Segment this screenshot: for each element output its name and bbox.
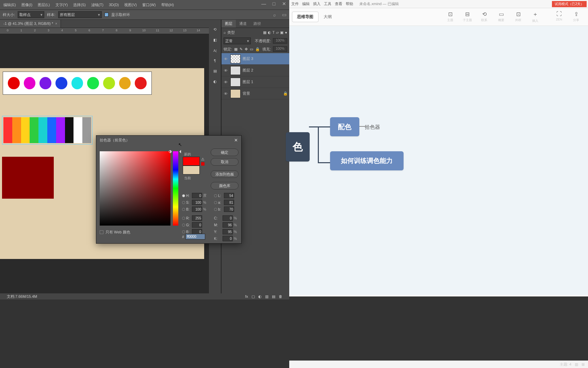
workspace-icon[interactable]: ▭: [282, 12, 287, 17]
tool-insert[interactable]: ＋插入: [527, 11, 544, 23]
filter-pixel-icon[interactable]: ▦: [263, 30, 266, 35]
visibility-icon[interactable]: 👁: [223, 57, 228, 61]
web-only-checkbox[interactable]: [100, 230, 103, 234]
leaf-node[interactable]: 拾色器: [365, 124, 380, 131]
menu-3d[interactable]: 3D(D): [107, 1, 121, 8]
add-swatch-button[interactable]: 添加到色板: [211, 170, 239, 178]
radio-h[interactable]: [182, 194, 185, 197]
layer-item[interactable]: 👁 图层 1: [222, 76, 289, 88]
filter-text-icon[interactable]: T: [273, 30, 275, 34]
tab-layers[interactable]: 图层: [222, 20, 236, 28]
trial-badge[interactable]: 试用模式（已2天）: [552, 1, 587, 7]
lock-pixel-icon[interactable]: ✎: [240, 47, 243, 51]
lock-all-icon[interactable]: 🔒: [255, 47, 260, 51]
adjust-icon[interactable]: ◐: [258, 294, 262, 299]
h-input[interactable]: [192, 193, 202, 198]
tab-channels[interactable]: 通道: [236, 20, 250, 28]
lock-trans-icon[interactable]: ▦: [234, 47, 238, 51]
radio-lb[interactable]: [214, 208, 217, 211]
tool-topic[interactable]: ⊡主题: [442, 11, 459, 23]
menu-help[interactable]: 帮助(H): [159, 1, 176, 9]
xm-menu-file[interactable]: 文件: [291, 1, 299, 6]
radio-bv[interactable]: [182, 230, 185, 233]
group-icon[interactable]: ▥: [265, 294, 268, 299]
sample-layers-select[interactable]: 所有图层: [58, 11, 102, 18]
xm-menu-insert[interactable]: 插入: [313, 1, 321, 6]
tab-outline[interactable]: 大纲: [318, 12, 337, 22]
blend-mode-select[interactable]: 正常: [224, 37, 251, 44]
radio-l[interactable]: [214, 194, 217, 197]
menu-image[interactable]: 图像(I): [19, 1, 34, 9]
radio-r[interactable]: [182, 217, 185, 220]
hex-input[interactable]: [185, 234, 205, 240]
visibility-icon[interactable]: 👁: [223, 80, 228, 84]
lb-input[interactable]: [224, 206, 234, 212]
filter-smart-icon[interactable]: ▣: [280, 30, 283, 35]
hue-slider[interactable]: [173, 151, 178, 226]
child-node-b[interactable]: 如何训练调色能力: [330, 151, 404, 170]
character-icon[interactable]: A|: [213, 48, 216, 52]
saturation-brightness-field[interactable]: [100, 151, 170, 226]
trash-icon[interactable]: 🗑: [279, 294, 282, 299]
dialog-titlebar[interactable]: 拾色器（前景色） ✕: [96, 136, 241, 144]
filter-toggle-icon[interactable]: ●: [285, 30, 287, 34]
current-color-swatch[interactable]: [183, 166, 200, 174]
menu-filter[interactable]: 滤镜(T): [89, 1, 105, 9]
gamut-swatch[interactable]: [201, 162, 205, 166]
xm-menu-view[interactable]: 查看: [335, 1, 342, 6]
properties-icon[interactable]: ◧: [213, 38, 217, 42]
layer-item[interactable]: 👁 图层 3: [222, 53, 289, 65]
fx-icon[interactable]: fx: [245, 294, 248, 299]
r-input[interactable]: [192, 215, 202, 221]
sample-size-select[interactable]: 取样点: [18, 11, 44, 18]
close-icon[interactable]: ✕: [279, 0, 289, 7]
cancel-button[interactable]: 取消: [211, 158, 239, 166]
s-input[interactable]: [192, 200, 202, 205]
tab-close-icon[interactable]: ×: [55, 22, 57, 26]
filter-adjust-icon[interactable]: ◐: [268, 30, 271, 35]
a-input[interactable]: [224, 200, 234, 205]
menu-edit[interactable]: 编辑(E): [1, 1, 18, 9]
paragraph-icon[interactable]: ¶: [214, 59, 216, 63]
opacity-input[interactable]: 100%: [273, 38, 287, 44]
close-icon[interactable]: ✕: [234, 138, 238, 143]
menu-window[interactable]: 窗口(W): [140, 1, 158, 9]
lock-artboard-icon[interactable]: ▭: [250, 47, 253, 51]
lock-move-icon[interactable]: ✥: [245, 47, 248, 51]
l-input[interactable]: [224, 193, 234, 198]
k-input[interactable]: [223, 236, 233, 241]
filter-shape-icon[interactable]: ▱: [276, 30, 279, 35]
xm-canvas[interactable]: 色 配色 拾色器 如何训练调色能力: [289, 26, 588, 295]
color-lib-button[interactable]: 颜色库: [211, 182, 239, 189]
tool-zen[interactable]: ⛶ZEN: [551, 11, 568, 23]
m-input[interactable]: [223, 222, 233, 228]
tool-summary[interactable]: ▭概要: [493, 11, 510, 23]
search-icon[interactable]: ⌕: [224, 30, 226, 34]
maximize-icon[interactable]: □: [269, 0, 279, 7]
c-input[interactable]: [223, 215, 233, 221]
map-icon[interactable]: ⊞: [582, 362, 585, 367]
ok-button[interactable]: 确定: [211, 149, 239, 156]
radio-b[interactable]: [182, 208, 185, 211]
library-icon[interactable]: ▤: [213, 69, 217, 73]
xm-menu-help[interactable]: 帮助: [346, 1, 353, 6]
y-input[interactable]: [223, 229, 233, 234]
layer-item[interactable]: 👁 图层 2: [222, 65, 289, 76]
brush-icon[interactable]: ◐: [213, 79, 217, 84]
tool-share[interactable]: ⇪分享: [568, 11, 585, 23]
history-icon[interactable]: ⟲: [213, 27, 216, 32]
layer-item[interactable]: 👁 背景 🔒: [222, 88, 289, 99]
b-input[interactable]: [192, 206, 202, 212]
visibility-icon[interactable]: 👁: [223, 68, 228, 73]
g-input[interactable]: [192, 222, 202, 228]
outline-toggle-icon[interactable]: ▥: [575, 362, 578, 367]
menu-view[interactable]: 视图(V): [122, 1, 139, 9]
menu-layer[interactable]: 图层(L): [36, 1, 52, 9]
tab-mindmap[interactable]: 思维导图: [292, 12, 318, 22]
show-ring-checkbox[interactable]: ✓: [104, 13, 109, 17]
root-node[interactable]: 色: [286, 132, 310, 162]
tool-relation[interactable]: ⟲联系: [476, 11, 493, 23]
visibility-icon[interactable]: 👁: [223, 92, 228, 96]
new-layer-icon[interactable]: ▤: [272, 294, 275, 299]
doc-tab[interactable]: -1 @ 41.3% (图层 3, RGB/8) * ×: [0, 20, 61, 28]
